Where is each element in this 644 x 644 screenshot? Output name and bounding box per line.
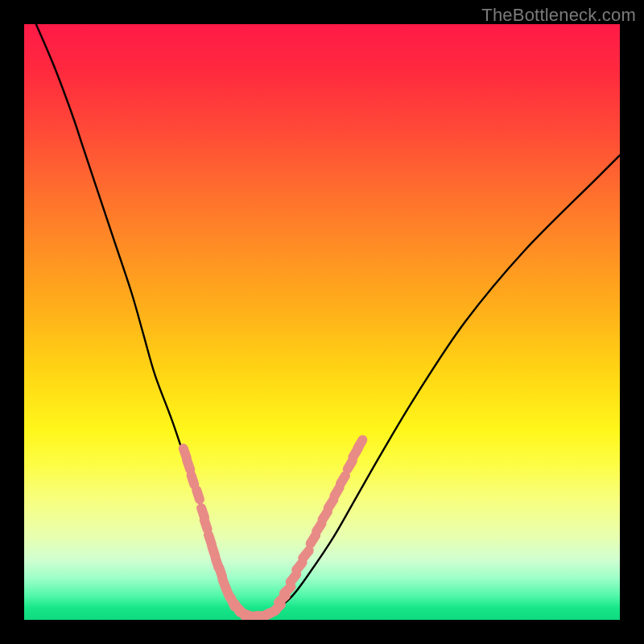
chart-stage: TheBottleneck.com [0, 0, 644, 644]
watermark-text: TheBottleneck.com [481, 5, 636, 26]
plot-area [24, 24, 620, 620]
curve-marker [191, 484, 206, 506]
bottleneck-curve [36, 24, 620, 617]
chart-svg [24, 24, 620, 620]
